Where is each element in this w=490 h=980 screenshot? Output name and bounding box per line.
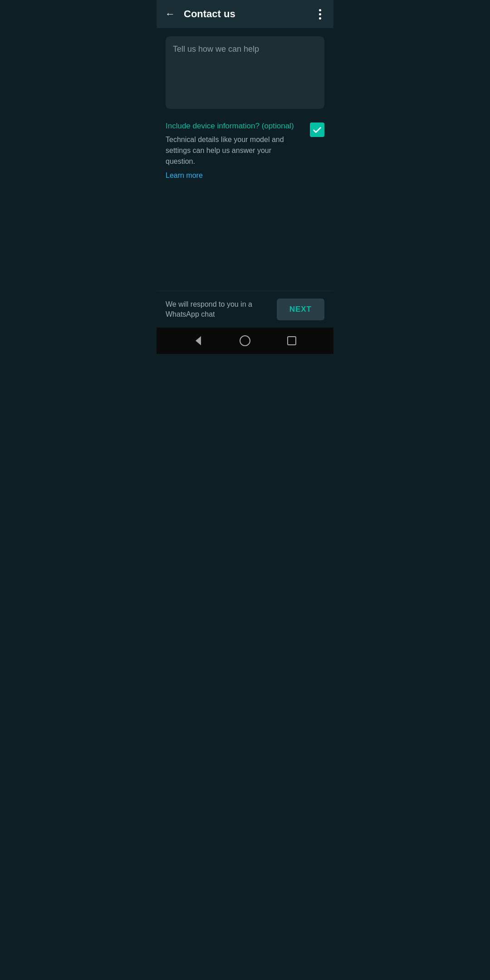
device-info-text: Include device information? (optional) T…: [166, 122, 310, 180]
nav-recents-icon: [285, 334, 298, 347]
next-button[interactable]: NEXT: [277, 299, 324, 320]
svg-rect-2: [288, 337, 296, 345]
back-button[interactable]: ←: [160, 4, 180, 24]
checkmark-icon: [312, 125, 322, 135]
device-info-description: Technical details like your model and se…: [166, 134, 303, 167]
device-info-checkbox[interactable]: [310, 122, 324, 137]
device-info-checkbox-container: [310, 122, 324, 137]
bottom-section: We will respond to you in a WhatsApp cha…: [157, 291, 333, 328]
nav-home-icon: [239, 334, 251, 347]
nav-back-icon: [192, 334, 205, 347]
overflow-menu-button[interactable]: [310, 4, 330, 24]
svg-point-1: [240, 336, 250, 346]
nav-recents-button[interactable]: [285, 334, 298, 347]
page-title: Contact us: [180, 8, 310, 20]
device-info-title: Include device information? (optional): [166, 122, 303, 131]
respond-text: We will respond to you in a WhatsApp cha…: [166, 299, 270, 320]
nav-back-button[interactable]: [192, 334, 205, 347]
device-info-section: Include device information? (optional) T…: [166, 122, 324, 180]
nav-home-button[interactable]: [239, 334, 251, 347]
nav-bar: [157, 328, 333, 354]
toolbar: ← Contact us: [157, 0, 333, 28]
learn-more-link[interactable]: Learn more: [166, 172, 203, 179]
svg-marker-0: [196, 336, 201, 345]
message-input[interactable]: [166, 36, 324, 109]
main-content: Include device information? (optional) T…: [157, 28, 333, 291]
